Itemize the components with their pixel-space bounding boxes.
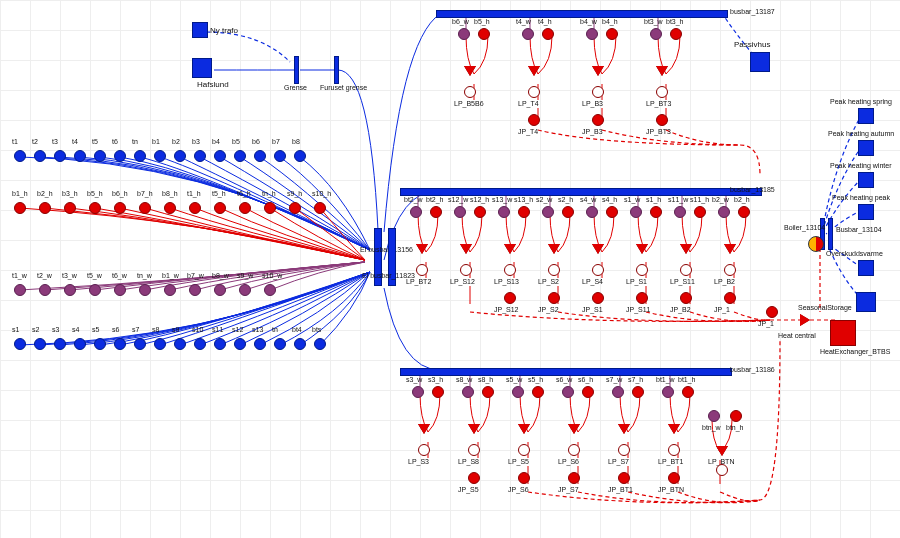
node-s5_h[interactable] [532,386,544,398]
node-row1-t5[interactable] [94,150,106,162]
node-row4-s9[interactable] [174,338,186,350]
node-s8_h[interactable] [482,386,494,398]
node-row4-s1[interactable] [14,338,26,350]
node-row1-t3[interactable] [54,150,66,162]
lp-node-2[interactable] [504,264,516,276]
pump-s3_w[interactable] [418,424,430,434]
node-row2-t5_h[interactable] [214,202,226,214]
lp-node-4[interactable] [592,264,604,276]
node-peak-winter[interactable] [858,172,874,188]
node-row4-s10[interactable] [194,338,206,350]
node-row4-s5[interactable] [94,338,106,350]
node-row4-s7[interactable] [134,338,146,350]
jp-node-JP_S5[interactable] [468,472,480,484]
node-row2-s10_h[interactable] [314,202,326,214]
pump-b2_w[interactable] [724,244,736,254]
jp-node-JP_S12[interactable] [504,292,516,304]
node-row3-tn_w[interactable] [139,284,151,296]
lp-node-5[interactable] [636,264,648,276]
node-row1-t1[interactable] [14,150,26,162]
node-boiler[interactable] [808,236,824,252]
pump-s12_w[interactable] [460,244,472,254]
lp-node-btn[interactable] [716,464,728,476]
node-s11_h[interactable] [694,206,706,218]
node-row1-tn[interactable] [134,150,146,162]
lp-node-3[interactable] [568,444,580,456]
node-s4_h[interactable] [606,206,618,218]
node-row4-s11[interactable] [214,338,226,350]
lp-node-7[interactable] [724,264,736,276]
node-row1-b2[interactable] [174,150,186,162]
el-busbar-13156[interactable] [374,228,382,286]
node-row1-b7[interactable] [274,150,286,162]
lp-node-3[interactable] [548,264,560,276]
pump-b4_w[interactable] [592,66,604,76]
pump-s13_w[interactable] [504,244,516,254]
node-btn_w[interactable] [708,410,720,422]
pump-s6_w[interactable] [568,424,580,434]
node-row3-t1_w[interactable] [14,284,26,296]
el-busbar-11823[interactable] [388,228,396,286]
node-heat-central[interactable] [830,320,856,346]
node-row3-s9_w[interactable] [239,284,251,296]
lp-node-2[interactable] [592,86,604,98]
node-row2-b6_h[interactable] [114,202,126,214]
node-bt1_w[interactable] [662,386,674,398]
lp-node-0[interactable] [464,86,476,98]
source-hafslund[interactable] [192,58,212,78]
node-b6_w[interactable] [458,28,470,40]
node-b4_w[interactable] [586,28,598,40]
node-row4-tn[interactable] [274,338,286,350]
node-s7_w[interactable] [612,386,624,398]
node-row1-b1[interactable] [154,150,166,162]
jp-node-JP_BT1[interactable] [618,472,630,484]
node-s2_w[interactable] [542,206,554,218]
node-s12_h[interactable] [474,206,486,218]
node-bt2_h[interactable] [430,206,442,218]
node-s2_h[interactable] [562,206,574,218]
node-b2_h[interactable] [738,206,750,218]
node-overskudd[interactable] [858,260,874,276]
pump-bt2_w[interactable] [416,244,428,254]
node-row4-s12[interactable] [234,338,246,350]
node-s6_h[interactable] [582,386,594,398]
jp-node-JP_S6[interactable] [518,472,530,484]
node-row4-s3[interactable] [54,338,66,350]
node-s3_h[interactable] [432,386,444,398]
jp-node-JP_S2[interactable] [548,292,560,304]
lp-node-5[interactable] [668,444,680,456]
jp-node-JP_S11[interactable] [636,292,648,304]
node-b2_w[interactable] [718,206,730,218]
node-s13_h[interactable] [518,206,530,218]
pump-bt3_w[interactable] [656,66,668,76]
node-row3-b7_w[interactable] [189,284,201,296]
line-furuset-grense[interactable] [334,56,339,84]
node-row2-tn_h[interactable] [264,202,276,214]
node-t4_w[interactable] [522,28,534,40]
node-s7_h[interactable] [632,386,644,398]
node-row1-b6[interactable] [254,150,266,162]
busbar-mid[interactable] [400,188,762,196]
jp-node-JP_T4[interactable] [528,114,540,126]
lp-node-1[interactable] [528,86,540,98]
node-row2-t1_h[interactable] [189,202,201,214]
node-row4-bt4[interactable] [294,338,306,350]
node-row4-s4[interactable] [74,338,86,350]
node-row3-t6_w[interactable] [114,284,126,296]
lp-node-6[interactable] [680,264,692,276]
lp-node-3[interactable] [656,86,668,98]
node-peak-peak[interactable] [858,204,874,220]
pump-btn[interactable] [716,446,728,456]
source-ny-trafo[interactable] [192,22,208,38]
node-row1-t2[interactable] [34,150,46,162]
line-grense[interactable] [294,56,299,84]
node-peak-spring[interactable] [858,108,874,124]
jp-node-JP_B2[interactable] [680,292,692,304]
pump-s8_w[interactable] [468,424,480,434]
node-row2-b7_h[interactable] [139,202,151,214]
node-row4-s13[interactable] [254,338,266,350]
node-row1-b3[interactable] [194,150,206,162]
node-s4_w[interactable] [586,206,598,218]
lp-node-1[interactable] [460,264,472,276]
jp-node-JP_1[interactable] [766,306,778,318]
